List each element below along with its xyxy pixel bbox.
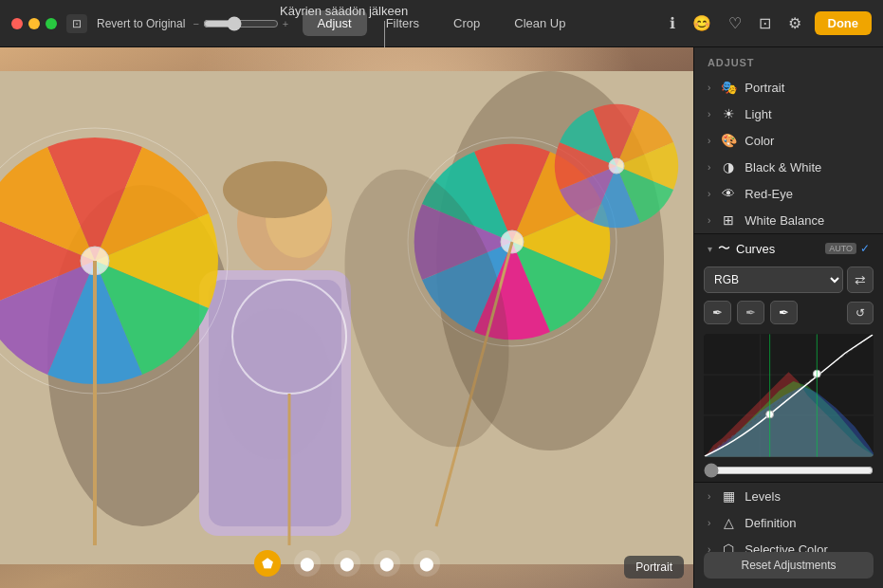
curves-chevron-icon: ▾	[708, 244, 712, 254]
light-label: Light	[745, 107, 771, 121]
chevron-icon: ›	[708, 136, 710, 146]
color-icon: 🎨	[720, 133, 737, 148]
photo-svg	[0, 47, 693, 588]
curves-bottom-slider	[694, 463, 883, 482]
curves-swap-button[interactable]: ⇄	[847, 266, 874, 293]
done-button[interactable]: Done	[815, 11, 873, 35]
copy-button[interactable]: ⊡	[755, 10, 775, 36]
tab-filters[interactable]: Filters	[371, 10, 434, 36]
selective-color-label: Selective Color	[745, 542, 827, 553]
settings-button[interactable]: ⚙	[784, 10, 805, 36]
emoji-button[interactable]: 😊	[689, 10, 715, 36]
chevron-icon: ›	[708, 109, 710, 119]
chevron-icon: ›	[708, 215, 710, 226]
curves-icon: 〜	[718, 240, 730, 257]
zoom-slider-container: − +	[193, 16, 288, 31]
photo-background	[0, 47, 693, 588]
chevron-icon: ›	[708, 189, 710, 199]
portrait-button[interactable]: Portrait	[624, 556, 684, 579]
sidebar-header: ADJUST	[694, 47, 883, 74]
titlebar: ⊡ Revert to Original − + Adjust Filters …	[0, 0, 883, 47]
bw-label: Black & White	[745, 160, 821, 175]
nav-tabs: Adjust Filters Crop Clean Up	[303, 10, 581, 36]
curves-header[interactable]: ▾ 〜 Curves AUTO ✓	[694, 234, 883, 263]
window-mode-button[interactable]: ⊡	[66, 14, 87, 33]
levels-label: Levels	[745, 489, 781, 504]
svg-point-15	[609, 158, 624, 174]
chevron-icon: ›	[708, 518, 710, 528]
auto-check-icon: ✓	[860, 242, 870, 255]
whitebalance-icon: ⊞	[720, 212, 737, 228]
info-button[interactable]: ℹ	[666, 10, 679, 36]
sidebar-item-definition[interactable]: › △ Definition	[694, 509, 883, 536]
curves-label: Curves	[736, 242, 775, 256]
chevron-icon: ›	[708, 544, 710, 553]
minimize-button[interactable]	[28, 18, 40, 29]
sidebar-item-portrait[interactable]: › 🎭 Portrait	[694, 74, 883, 101]
bw-icon: ◑	[720, 159, 737, 175]
sharpness-tool-button[interactable]: ⬤	[414, 550, 440, 577]
bottom-toolbar: ⬟ ⬤ ⬤ ⬤ ⬤	[0, 550, 693, 577]
sidebar-item-levels[interactable]: › ▦ Levels	[694, 483, 883, 509]
curves-tools: ✒ ✒ ✒ ↺	[694, 297, 883, 328]
portrait-icon: 🎭	[720, 80, 737, 95]
window-mode-icon: ⊡	[72, 17, 82, 30]
mid-point-tool[interactable]: ✒	[737, 301, 764, 324]
reset-adjustments-button[interactable]: Reset Adjustments	[704, 552, 874, 579]
sidebar-item-selective-color[interactable]: › ⬡ Selective Color	[694, 536, 883, 552]
traffic-lights	[11, 18, 57, 29]
maximize-button[interactable]	[46, 18, 57, 29]
auto-badge: AUTO	[825, 243, 856, 254]
tab-adjust[interactable]: Adjust	[303, 10, 367, 36]
black-point-tool[interactable]: ✒	[704, 301, 731, 324]
curves-badge: AUTO ✓	[825, 242, 870, 255]
warmth-tool-button[interactable]: ⬤	[374, 550, 400, 577]
sidebar-item-white-balance[interactable]: › ⊞ White Balance	[694, 207, 883, 233]
zoom-plus-icon: +	[283, 18, 288, 29]
white-dropper-icon: ✒	[779, 305, 789, 320]
svg-point-5	[223, 161, 327, 218]
color-label: Color	[745, 134, 774, 148]
portrait-label: Portrait	[745, 81, 784, 95]
zoom-minus-icon: −	[193, 18, 198, 29]
main-area: ⬟ ⬤ ⬤ ⬤ ⬤ Portrait ADJUST › 🎭 Portrait ›…	[0, 47, 883, 588]
svg-point-8	[218, 308, 332, 460]
sidebar-item-black-white[interactable]: › ◑ Black & White	[694, 154, 883, 180]
sidebar-item-red-eye[interactable]: › 👁 Red-Eye	[694, 180, 883, 207]
curves-section: ▾ 〜 Curves AUTO ✓ RGB Red Green Blue	[694, 233, 883, 483]
curves-rgb-row: RGB Red Green Blue ⇄	[694, 263, 883, 297]
mid-dropper-icon: ✒	[745, 305, 756, 320]
titlebar-right: ℹ 😊 ♡ ⊡ ⚙ Done	[666, 10, 873, 36]
definition-label: Definition	[745, 516, 796, 530]
light-icon: ☀	[720, 106, 737, 121]
selective-color-icon: ⬡	[720, 542, 737, 552]
reset-curve-button[interactable]: ↺	[847, 302, 874, 324]
chevron-icon: ›	[708, 491, 710, 502]
curves-black-slider[interactable]	[704, 463, 874, 478]
saturation-tool-button[interactable]: ⬤	[294, 550, 321, 577]
chevron-icon: ›	[708, 162, 710, 173]
photo-canvas: ⬟ ⬤ ⬤ ⬤ ⬤ Portrait	[0, 47, 693, 588]
contrast-tool-button[interactable]: ⬤	[334, 550, 360, 577]
scrollable-sidebar[interactable]: › 🎭 Portrait › ☀ Light › 🎨 Color › ◑ Bla…	[694, 74, 883, 552]
white-point-tool[interactable]: ✒	[770, 301, 798, 324]
rgb-select[interactable]: RGB Red Green Blue	[704, 266, 843, 293]
curves-graph[interactable]	[704, 334, 874, 457]
chevron-icon: ›	[708, 83, 710, 93]
sidebar-item-light[interactable]: › ☀ Light	[694, 101, 883, 127]
redeye-label: Red-Eye	[745, 187, 793, 201]
heart-button[interactable]: ♡	[725, 10, 745, 36]
tab-crop[interactable]: Crop	[438, 10, 495, 36]
zoom-slider[interactable]	[203, 16, 279, 31]
sidebar-item-color[interactable]: › 🎨 Color	[694, 127, 883, 154]
redeye-icon: 👁	[720, 186, 737, 201]
reset-curve-icon: ↺	[855, 306, 865, 320]
sidebar: ADJUST › 🎭 Portrait › ☀ Light › 🎨 Color	[693, 47, 883, 588]
exposure-tool-button[interactable]: ⬟	[254, 550, 281, 577]
tab-cleanup[interactable]: Clean Up	[499, 10, 580, 36]
definition-icon: △	[720, 515, 737, 530]
revert-to-original-button[interactable]: Revert to Original	[97, 17, 185, 30]
black-dropper-icon: ✒	[712, 305, 723, 320]
curves-graph-svg	[704, 334, 874, 457]
close-button[interactable]	[11, 18, 23, 29]
